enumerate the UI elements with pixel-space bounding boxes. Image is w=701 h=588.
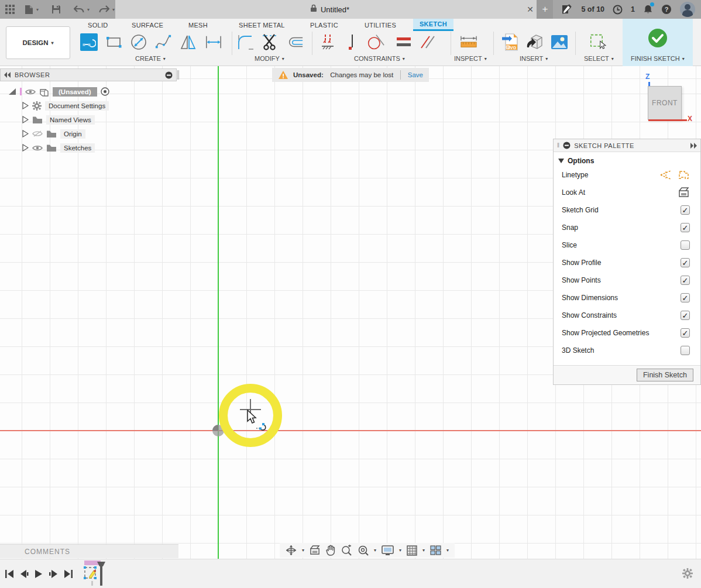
save-icon[interactable] (51, 0, 61, 19)
tangent-constraint-icon[interactable] (367, 33, 384, 51)
offset-tool[interactable] (286, 33, 304, 51)
expand-arrow-icon[interactable] (8, 88, 16, 95)
browser-item-label[interactable]: Sketches (60, 143, 95, 153)
browser-item-origin[interactable]: Origin (22, 128, 85, 139)
undo-icon[interactable] (74, 0, 84, 19)
browser-item-sketches[interactable]: Sketches (22, 142, 95, 153)
fit-caret[interactable]: ▾ (374, 548, 376, 553)
spline-tool[interactable] (154, 33, 172, 51)
redo-caret[interactable]: ▾ (112, 7, 115, 12)
timeline-settings-gear-icon[interactable] (682, 568, 693, 581)
notification-bell-icon[interactable] (643, 0, 653, 19)
viewports-icon[interactable] (430, 545, 441, 555)
insert-canvas-tool[interactable] (551, 33, 568, 51)
insert-mesh-tool[interactable] (526, 33, 544, 51)
constraints-group-label[interactable]: CONSTRAINTS▾ (354, 55, 405, 62)
timeline-skip-end-button[interactable] (63, 569, 73, 579)
zoom-icon[interactable] (341, 545, 352, 556)
display-settings-caret[interactable]: ▾ (399, 548, 401, 553)
snap-checkbox[interactable]: ✓ (681, 223, 690, 232)
show-points-checkbox[interactable]: ✓ (681, 276, 690, 285)
grid-settings-icon[interactable] (407, 545, 417, 556)
display-settings-icon[interactable] (382, 545, 394, 556)
slice-checkbox[interactable] (681, 240, 690, 250)
expand-arrow-icon[interactable] (22, 130, 29, 137)
browser-item-label[interactable]: Named Views (46, 115, 95, 125)
visibility-eye-icon[interactable] (25, 88, 36, 95)
collapse-right-icon[interactable] (690, 143, 697, 149)
job-status-icon[interactable] (561, 0, 573, 19)
section-collapse-icon[interactable] (558, 159, 564, 163)
collapse-panel-icon[interactable] (4, 72, 11, 78)
sketch-grid-checkbox[interactable]: ✓ (681, 205, 690, 215)
equal-constraint-icon[interactable] (395, 33, 413, 51)
tab-solid[interactable]: SOLID (82, 19, 114, 31)
tab-utilities[interactable]: UTILITIES (359, 19, 402, 31)
construction-linetype-icon[interactable] (659, 169, 672, 181)
close-tab-icon[interactable]: ✕ (527, 0, 534, 19)
sketch-palette-header[interactable]: ‖ SKETCH PALETTE (554, 139, 700, 152)
timeline-sketch-feature[interactable] (83, 560, 106, 588)
pan-hand-icon[interactable] (326, 545, 336, 556)
undo-caret[interactable]: ▾ (87, 7, 90, 12)
grid-settings-caret[interactable]: ▾ (422, 548, 425, 553)
browser-grip[interactable] (177, 70, 179, 80)
finish-sketch-footer-button[interactable]: Finish Sketch (637, 369, 693, 381)
expand-arrow-icon[interactable] (22, 144, 29, 152)
panel-minimize-icon[interactable] (563, 142, 571, 149)
orbit-icon[interactable] (286, 545, 297, 556)
inspect-group-label[interactable]: INSPECT▾ (454, 55, 487, 62)
tab-sheet-metal[interactable]: SHEET METAL (233, 19, 291, 31)
show-constraints-checkbox[interactable]: ✓ (681, 311, 690, 320)
tab-plastic[interactable]: PLASTIC (304, 19, 344, 31)
create-group-label[interactable]: CREATE▾ (135, 55, 166, 62)
line-tool-active[interactable] (80, 33, 98, 51)
save-link[interactable]: Save (406, 71, 423, 78)
dimension-tool[interactable] (205, 33, 222, 51)
viewports-caret[interactable]: ▾ (446, 548, 449, 553)
browser-item-named-views[interactable]: Named Views (22, 114, 95, 125)
trim-tool[interactable] (262, 33, 279, 51)
parallel-constraint-icon[interactable] (418, 33, 436, 51)
timeline-play-button[interactable] (34, 569, 43, 579)
insert-group-label[interactable]: INSERT▾ (520, 55, 548, 62)
orbit-caret[interactable]: ▾ (302, 548, 304, 553)
comments-bar[interactable]: COMMENTS (0, 544, 178, 558)
vertical-constraint-icon[interactable] (343, 33, 361, 51)
3d-sketch-checkbox[interactable] (681, 346, 690, 355)
expand-arrow-icon[interactable] (22, 116, 29, 123)
browser-item-document-settings[interactable]: Document Settings (22, 100, 109, 111)
show-dimensions-checkbox[interactable]: ✓ (681, 293, 690, 302)
timeline-step-back-button[interactable] (19, 569, 29, 579)
select-group-label[interactable]: SELECT▾ (584, 55, 614, 62)
document-tab[interactable]: Untitled* ✕ (115, 0, 544, 19)
look-at-icon[interactable] (310, 545, 321, 555)
rectangle-tool[interactable] (105, 33, 123, 51)
timeline-step-forward-button[interactable] (49, 569, 58, 579)
show-projected-geometries-checkbox[interactable]: ✓ (681, 328, 690, 338)
look-at-icon[interactable] (678, 187, 690, 198)
visibility-off-icon[interactable] (32, 130, 43, 137)
measure-tool[interactable] (460, 33, 477, 51)
tab-mesh[interactable]: MESH (183, 19, 214, 31)
browser-header[interactable]: BROWSER (0, 68, 177, 81)
file-menu-icon[interactable] (25, 0, 33, 19)
fit-view-icon[interactable] (358, 545, 369, 556)
expand-arrow-icon[interactable] (22, 102, 29, 109)
workspace-selector[interactable]: DESIGN▾ (6, 26, 70, 59)
browser-root-label[interactable]: (Unsaved) (53, 87, 97, 97)
finish-sketch-button[interactable]: FINISH SKETCH▾ (631, 55, 685, 62)
visibility-eye-icon[interactable] (32, 145, 43, 152)
circle-tool[interactable] (130, 33, 147, 51)
panel-grip-icon[interactable]: ‖ (557, 142, 559, 149)
projection-linetype-icon[interactable] (678, 169, 690, 181)
tab-surface[interactable]: SURFACE (126, 19, 169, 31)
viewcube-front-face[interactable]: FRONT (648, 86, 682, 120)
options-section-header[interactable]: Options (554, 152, 700, 166)
mirror-tool[interactable] (180, 33, 197, 51)
app-launcher-icon[interactable] (5, 0, 15, 19)
modify-group-label[interactable]: MODIFY▾ (255, 55, 284, 62)
new-tab-button[interactable]: + (537, 0, 553, 19)
insert-svg-tool[interactable]: SVG (501, 33, 518, 51)
redo-icon[interactable] (99, 0, 109, 19)
